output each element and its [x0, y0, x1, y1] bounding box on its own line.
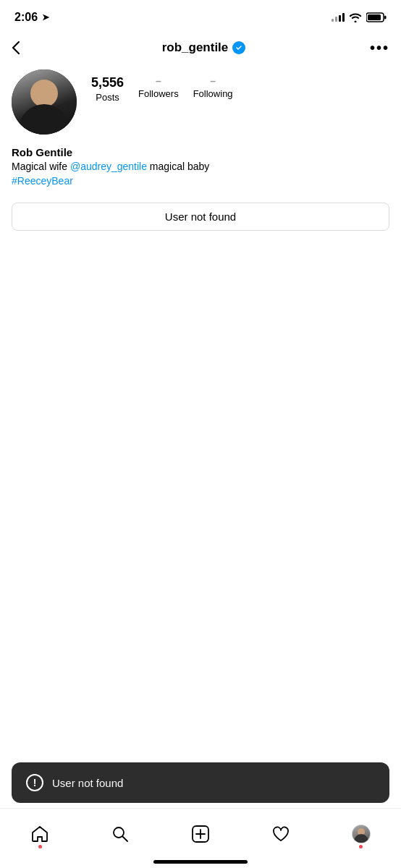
- profile-section: 5,556 Posts – Followers – Following: [0, 64, 401, 146]
- following-stat[interactable]: – Following: [193, 75, 233, 99]
- posts-count: 5,556: [91, 75, 124, 90]
- profile-avatar-thumb: [351, 824, 371, 844]
- stats-container: 5,556 Posts – Followers – Following: [91, 69, 389, 103]
- status-icons: [332, 12, 387, 22]
- status-bar: 2:06 ➤: [0, 0, 401, 32]
- username-label: rob_gentile: [162, 41, 229, 55]
- add-icon: [190, 824, 211, 844]
- search-icon: [110, 824, 130, 844]
- profile-name: Rob Gentile: [12, 146, 389, 158]
- home-notification-dot: [38, 845, 42, 848]
- svg-rect-1: [384, 16, 387, 20]
- back-button[interactable]: [12, 41, 38, 55]
- nav-home-button[interactable]: [30, 824, 50, 844]
- home-indicator: [153, 860, 248, 864]
- profile-notification-dot: [359, 845, 363, 848]
- toast-icon: !: [26, 774, 43, 791]
- home-icon: [30, 824, 50, 844]
- following-label: Following: [193, 88, 233, 99]
- time-display: 2:06: [14, 11, 38, 24]
- verified-badge: [232, 41, 245, 54]
- more-button[interactable]: •••: [370, 40, 389, 56]
- nav-search-button[interactable]: [110, 824, 130, 844]
- battery-icon: [366, 12, 387, 22]
- toast-message: User not found: [52, 777, 123, 789]
- main-content: [0, 242, 401, 770]
- nav-title: rob_gentile: [162, 41, 246, 55]
- bio-mention[interactable]: @audrey_gentile: [70, 161, 147, 172]
- nav-activity-button[interactable]: [271, 824, 291, 844]
- signal-icon: [332, 13, 345, 22]
- heart-icon: [271, 824, 291, 844]
- status-time: 2:06 ➤: [14, 11, 49, 24]
- bottom-nav: [0, 808, 401, 868]
- followers-count: –: [156, 75, 161, 87]
- avatar: [12, 69, 77, 135]
- svg-rect-2: [368, 14, 381, 20]
- bio-text-2: magical baby: [147, 161, 209, 172]
- nav-bar: rob_gentile •••: [0, 32, 401, 64]
- posts-label: Posts: [96, 92, 119, 103]
- nav-profile-button[interactable]: [351, 824, 371, 844]
- bio-text-1: Magical wife: [12, 161, 70, 172]
- profile-info: Rob Gentile Magical wife @audrey_gentile…: [0, 146, 401, 197]
- bio-hashtag[interactable]: #ReeceyBear: [12, 175, 73, 187]
- nav-add-button[interactable]: [190, 824, 211, 844]
- location-arrow-icon: ➤: [42, 12, 49, 22]
- following-count: –: [210, 75, 216, 87]
- followers-stat[interactable]: – Followers: [138, 75, 179, 99]
- wifi-icon: [349, 12, 362, 22]
- user-not-found-button[interactable]: User not found: [12, 203, 389, 231]
- toast-notification: ! User not found: [12, 762, 389, 803]
- followers-label: Followers: [138, 88, 179, 99]
- posts-stat[interactable]: 5,556 Posts: [91, 75, 124, 103]
- profile-bio: Magical wife @audrey_gentile magical bab…: [12, 160, 389, 188]
- svg-line-4: [123, 837, 128, 842]
